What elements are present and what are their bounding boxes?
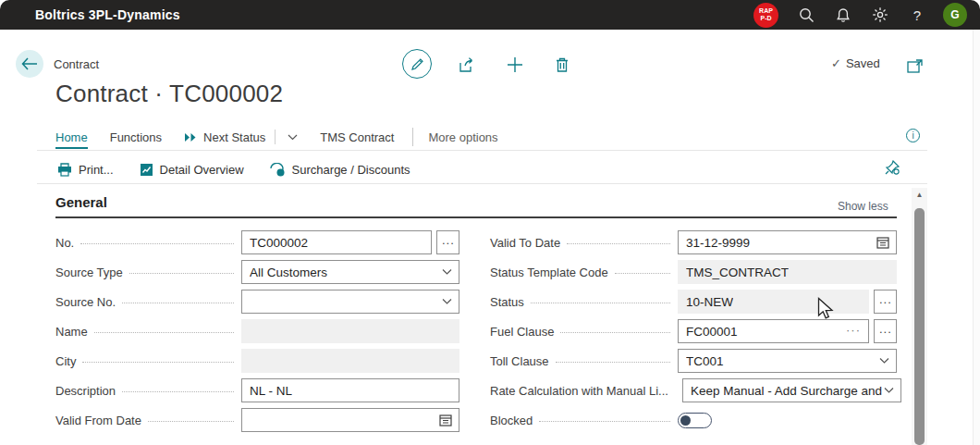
divider <box>37 183 927 184</box>
field-rate-calculation: Rate Calculation with Manual Li... Keep … <box>490 376 897 405</box>
plus-icon <box>507 56 523 73</box>
form-column-left: No. TC000002... Source Type All Customer… <box>55 228 459 435</box>
status-template-code-input: TMS_CONTRACT <box>678 260 897 284</box>
app-window: Boltrics 3PL-Dynamics RAP P-D ? G <box>0 0 980 445</box>
rate-calculation-select[interactable]: Keep Manual - Add Surcharge and Discou <box>682 378 901 402</box>
city-input <box>241 349 459 373</box>
chevron-down-icon <box>879 358 889 365</box>
mouse-cursor <box>817 297 834 321</box>
popout-button[interactable] <box>902 54 926 78</box>
scroll-up-arrow[interactable]: ▲ <box>912 191 927 199</box>
no-assist-button[interactable]: ... <box>436 230 459 254</box>
split-divider <box>275 130 276 144</box>
field-source-type: Source Type All Customers <box>55 257 459 287</box>
menu-divider <box>412 128 413 146</box>
toll-clause-select[interactable]: TC001 <box>678 349 897 373</box>
edit-button[interactable] <box>402 49 432 79</box>
pencil-icon <box>410 57 424 71</box>
double-play-icon <box>184 132 198 142</box>
menu-bar: Home Functions Next Status TMS Contract … <box>55 126 521 148</box>
section-title[interactable]: General <box>55 194 107 210</box>
help-icon[interactable]: ? <box>899 0 936 30</box>
field-fuel-clause: Fuel Clause FC00001···... <box>490 316 897 346</box>
delete-button[interactable] <box>550 53 574 77</box>
check-icon: ✓ <box>831 56 841 70</box>
valid-from-date-input[interactable] <box>241 408 459 432</box>
name-input <box>241 319 459 343</box>
field-no: No. TC000002... <box>55 228 459 257</box>
calendar-icon <box>876 236 889 249</box>
trash-icon <box>555 56 570 73</box>
field-city: City <box>55 346 459 376</box>
valid-to-date-input[interactable]: 31-12-9999 <box>678 230 897 254</box>
printer-icon <box>57 163 72 177</box>
fuel-clause-assist-button[interactable]: ... <box>874 319 897 343</box>
field-valid-from-date: Valid From Date <box>55 405 459 435</box>
popout-icon <box>907 59 923 73</box>
status-assist-button[interactable]: ... <box>874 290 897 314</box>
fuel-clause-input[interactable]: FC00001··· <box>678 319 869 343</box>
no-input[interactable]: TC000002 <box>241 230 432 254</box>
lookup-ellipsis-icon[interactable]: ··· <box>846 323 861 337</box>
field-source-no: Source No. <box>55 287 459 316</box>
action-bar: Print... Detail Overview Surcharge / Dis… <box>57 159 410 179</box>
blocked-toggle[interactable] <box>678 413 712 428</box>
save-status: ✓ Saved <box>831 56 880 70</box>
chevron-down-icon <box>442 269 452 276</box>
bell-icon[interactable] <box>825 0 862 30</box>
tab-more-options[interactable]: More options <box>428 130 497 144</box>
breadcrumb[interactable]: Contract <box>54 57 99 71</box>
print-button[interactable]: Print... <box>57 163 114 177</box>
divider <box>37 150 927 151</box>
report-icon <box>140 163 153 177</box>
environment-badge[interactable]: RAP P-D <box>753 3 778 28</box>
topbar-actions: RAP P-D ? G <box>753 0 973 30</box>
pin-icon <box>884 159 900 176</box>
discount-icon <box>270 163 286 177</box>
info-icon[interactable]: i <box>906 129 920 142</box>
gear-icon[interactable] <box>862 0 899 30</box>
browser-scrollbar-gutter <box>973 30 980 445</box>
field-blocked: Blocked <box>490 405 897 435</box>
source-no-select[interactable] <box>241 290 459 314</box>
share-button[interactable] <box>455 53 479 77</box>
status-input: 10-NEW <box>678 290 869 314</box>
field-name: Name <box>55 316 459 346</box>
field-valid-to-date: Valid To Date 31-12-9999 <box>490 228 897 257</box>
back-button[interactable] <box>16 50 43 78</box>
show-less-link[interactable]: Show less <box>838 200 888 213</box>
detail-overview-button[interactable]: Detail Overview <box>140 163 244 177</box>
back-icon <box>21 57 38 70</box>
field-status: Status 10-NEW... <box>490 287 897 316</box>
vertical-scrollbar[interactable]: ▲ <box>912 188 927 445</box>
search-icon[interactable] <box>788 0 825 30</box>
tab-tms-contract[interactable]: TMS Contract <box>320 130 394 144</box>
field-status-template-code: Status Template Code TMS_CONTRACT <box>490 257 897 287</box>
tab-home[interactable]: Home <box>55 130 88 149</box>
page-title: Contract · TC000002 <box>55 80 283 108</box>
chevron-down-icon <box>442 299 452 305</box>
section-underline <box>55 216 897 218</box>
avatar[interactable]: G <box>943 3 967 27</box>
chevron-down-icon <box>288 134 298 141</box>
field-toll-clause: Toll Clause TC001 <box>490 346 897 376</box>
top-navigation-bar: Boltrics 3PL-Dynamics RAP P-D ? G <box>0 0 980 30</box>
saved-label: Saved <box>846 56 880 70</box>
scrollbar-thumb[interactable] <box>914 208 925 445</box>
app-title: Boltrics 3PL-Dynamics <box>35 7 180 22</box>
new-button[interactable] <box>503 53 527 77</box>
tab-functions[interactable]: Functions <box>110 130 162 144</box>
tab-next-status[interactable]: Next Status <box>184 130 298 144</box>
chevron-down-icon <box>884 388 894 394</box>
surcharge-discounts-button[interactable]: Surcharge / Discounts <box>270 163 410 177</box>
source-type-select[interactable]: All Customers <box>241 260 459 284</box>
field-description: Description NL - NL <box>55 376 459 405</box>
form-column-right: Valid To Date 31-12-9999 Status Template… <box>490 228 897 435</box>
description-input[interactable]: NL - NL <box>241 378 459 402</box>
share-icon <box>458 56 476 74</box>
calendar-icon <box>439 414 452 426</box>
pin-button[interactable] <box>884 159 900 176</box>
